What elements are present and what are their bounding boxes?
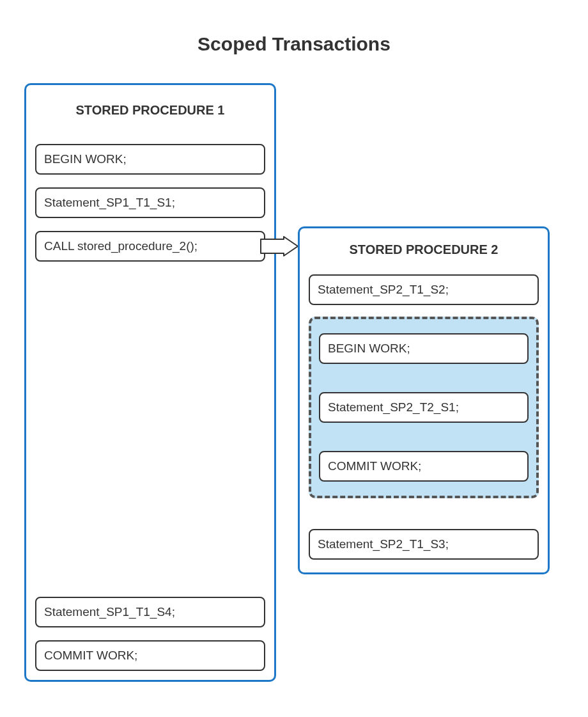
sp1-commit-work: COMMIT WORK; (35, 640, 265, 671)
sp2-begin-work: BEGIN WORK; (319, 333, 529, 364)
stored-procedure-1-box: STORED PROCEDURE 1 BEGIN WORK; Statement… (24, 83, 276, 682)
stored-procedure-2-box: STORED PROCEDURE 2 Statement_SP2_T1_S2; … (298, 226, 550, 574)
sp2-statement-t2: Statement_SP2_T2_S1; (319, 392, 529, 423)
sp1-statement-1: Statement_SP1_T1_S1; (35, 187, 265, 218)
sp2-statement-1: Statement_SP2_T1_S2; (309, 274, 539, 305)
sp2-statement-3: Statement_SP2_T1_S3; (309, 529, 539, 560)
sp1-begin-work: BEGIN WORK; (35, 144, 265, 175)
stored-procedure-2-heading: STORED PROCEDURE 2 (300, 242, 548, 257)
diagram-title: Scoped Transactions (0, 33, 588, 55)
sp1-call-sp2: CALL stored_procedure_2(); (35, 231, 265, 262)
call-arrow-icon (261, 237, 299, 256)
stored-procedure-1-heading: STORED PROCEDURE 1 (26, 103, 274, 118)
sp1-statement-4: Statement_SP1_T1_S4; (35, 597, 265, 627)
sp2-commit-work: COMMIT WORK; (319, 451, 529, 482)
